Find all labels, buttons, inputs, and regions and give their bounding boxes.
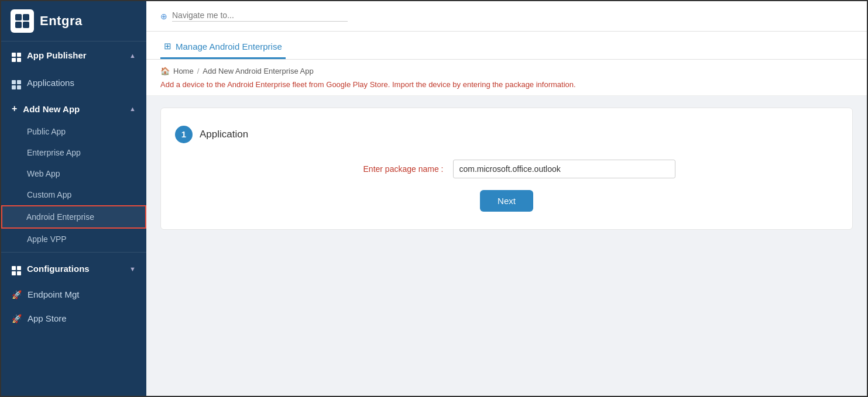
sidebar-item-android-enterprise[interactable]: Android Enterprise — [1, 205, 146, 229]
sidebar-item-app-store[interactable]: 🚀 App Store — [1, 306, 146, 330]
navigate-icon: ⊕ — [160, 12, 167, 21]
breadcrumb: 🏠 Home / Add New Android Enterprise App — [160, 67, 853, 75]
sidebar-item-configurations[interactable]: Configurations ▼ — [1, 255, 146, 282]
package-name-input[interactable] — [453, 160, 675, 178]
plus-icon: + — [12, 103, 17, 114]
sidebar-item-apple-vpp[interactable]: Apple VPP — [1, 229, 146, 250]
package-label: Enter package name : — [338, 164, 444, 174]
home-icon: 🏠 — [160, 67, 170, 75]
sidebar-item-endpoint-mgt[interactable]: 🚀 Endpoint Mgt — [1, 282, 146, 306]
page-content: ⊞ Manage Android Enterprise 🏠 Home / Add… — [146, 32, 867, 396]
step-header: 1 Application — [175, 126, 838, 143]
form-row-package: Enter package name : — [175, 160, 838, 178]
navigate-input[interactable] — [172, 11, 348, 22]
sidebar-navigation: App Publisher ▲ Applications + Add New A… — [1, 42, 146, 396]
grid-icon — [12, 262, 21, 275]
sidebar-item-add-new-app[interactable]: + Add New App ▲ — [1, 96, 146, 121]
logo-icon — [11, 9, 34, 33]
svg-rect-1 — [23, 14, 29, 20]
svg-rect-3 — [23, 22, 29, 28]
rocket-icon: 🚀 — [12, 290, 22, 299]
step-circle: 1 — [175, 126, 193, 143]
wizard-section: 1 Application Enter package name : Next — [160, 108, 853, 230]
grid-icon — [12, 76, 21, 89]
grid-icon — [12, 49, 21, 62]
svg-rect-2 — [15, 22, 22, 28]
page-description: Add a device to the Android Enterprise f… — [160, 79, 853, 91]
tab-manage-android-enterprise[interactable]: ⊞ Manage Android Enterprise — [160, 41, 286, 59]
topbar: ⊕ — [146, 1, 867, 32]
sidebar: Entgra App Publisher ▲ Applications + Ad… — [1, 1, 146, 396]
logo-text: Entgra — [40, 13, 83, 29]
sidebar-item-public-app[interactable]: Public App — [1, 121, 146, 142]
main-content: ⊕ ⊞ Manage Android Enterprise 🏠 Home / A… — [146, 1, 867, 396]
sidebar-logo: Entgra — [1, 1, 146, 42]
button-row: Next — [175, 190, 838, 212]
sidebar-item-web-app[interactable]: Web App — [1, 163, 146, 184]
tab-bar: ⊞ Manage Android Enterprise — [146, 32, 867, 60]
grid-tab-icon: ⊞ — [164, 41, 171, 51]
sidebar-item-app-publisher[interactable]: App Publisher ▲ — [1, 42, 146, 69]
breadcrumb-current: Add New Android Enterprise App — [203, 67, 313, 75]
svg-rect-0 — [15, 14, 22, 20]
sidebar-item-applications[interactable]: Applications — [1, 69, 146, 96]
next-button[interactable]: Next — [480, 190, 533, 212]
sidebar-item-custom-app[interactable]: Custom App — [1, 184, 146, 205]
sidebar-item-enterprise-app[interactable]: Enterprise App — [1, 142, 146, 163]
breadcrumb-home[interactable]: Home — [173, 67, 194, 75]
step-label: Application — [200, 129, 248, 140]
breadcrumb-section: 🏠 Home / Add New Android Enterprise App … — [146, 60, 867, 96]
rocket-icon: 🚀 — [12, 314, 22, 323]
